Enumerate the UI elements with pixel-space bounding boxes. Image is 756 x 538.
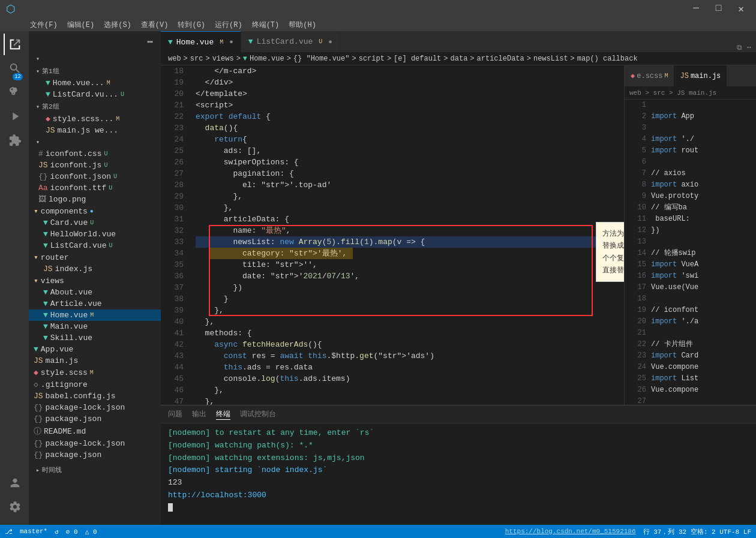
code-line-20: </template>	[196, 88, 624, 100]
account-icon[interactable]	[4, 472, 25, 494]
file-logo[interactable]: 🖼 logo.png	[29, 194, 161, 205]
open-file-listcard[interactable]: ▼ ListCard.vu... U	[29, 89, 161, 100]
code-line-24: data(){	[196, 122, 624, 134]
file-index-js[interactable]: JS index.js	[29, 263, 161, 275]
line-num-32: 32	[161, 225, 184, 236]
editor-area: ▼ Home.vue M ● ▼ ListCard.vue U ● ⧉ ⋯	[161, 31, 756, 525]
right-line-11: 11 baseURL:	[629, 214, 756, 225]
file-pkg-json-2[interactable]: {} package.json	[29, 449, 161, 461]
open-editors-section[interactable]: ▾	[29, 53, 161, 65]
vue-icon-10: ▼	[43, 333, 48, 342]
file-listcard-vue[interactable]: ▼ ListCard.vue U	[29, 240, 161, 251]
git-branch-label[interactable]: master*	[20, 528, 47, 535]
split-editor-icon[interactable]: ⧉	[737, 44, 742, 52]
menu-terminal[interactable]: 终端(T)	[252, 20, 280, 30]
file-home-vue[interactable]: ▼ Home.vue M	[29, 309, 161, 321]
window-controls[interactable]: ─ □ ✕	[687, 3, 750, 15]
open-file-style[interactable]: ◆ style.scss... M	[29, 113, 161, 125]
right-tab-mainjs[interactable]: JS main.js	[674, 65, 727, 86]
terminal-tab-problems[interactable]: 问题	[168, 409, 182, 419]
file-pkg-lock-json[interactable]: {} package-lock.json	[29, 402, 161, 413]
terminal-tab-terminal[interactable]: 终端	[216, 409, 230, 420]
group-2-header[interactable]: ▾ 第2组	[29, 100, 161, 113]
vue-icon: ▼	[46, 79, 50, 88]
source-control-icon[interactable]: 12	[4, 82, 25, 103]
code-content[interactable]: </m-card> </div></template><script>expor…	[191, 65, 624, 405]
file-style-scss[interactable]: ◆ style.scss M	[29, 366, 161, 378]
minimize-button[interactable]: ─	[687, 3, 705, 15]
menu-select[interactable]: 选择(S)	[104, 20, 131, 30]
file-iconfont-js[interactable]: JS iconfont.js U	[29, 160, 161, 171]
extensions-icon[interactable]	[4, 130, 25, 151]
vue-icon-6: ▼	[43, 288, 48, 297]
status-left: ⎇ master* ↺ ⊘ 0 △ 0	[5, 528, 97, 536]
folder-router[interactable]: ▾ router	[29, 251, 161, 263]
file-pkg-lock-json-2[interactable]: {} package-lock.json	[29, 438, 161, 449]
line-num-20: 20	[161, 88, 184, 100]
folder-router-icon: ▾	[34, 253, 38, 262]
file-iconfont-ttf[interactable]: Aa iconfont.ttf U	[29, 182, 161, 194]
json-icon-4: {}	[34, 439, 43, 448]
line-num-19: 19	[161, 77, 184, 88]
run-icon[interactable]	[4, 106, 25, 127]
file-iconfont-css[interactable]: # iconfont.css U	[29, 148, 161, 160]
project-section[interactable]: ▾	[29, 136, 161, 148]
menu-file[interactable]: 文件(F)	[30, 20, 58, 30]
csdn-link[interactable]: https://blog.csdn.net/m0_51592186	[505, 528, 636, 535]
menu-view[interactable]: 查看(V)	[141, 20, 169, 30]
maximize-button[interactable]: □	[710, 3, 728, 15]
code-line-48: },	[196, 396, 624, 405]
open-file-home-vue[interactable]: ▼ Home.vue... M	[29, 77, 161, 89]
menu-run[interactable]: 运行(R)	[215, 20, 242, 30]
file-readme[interactable]: ⓘ README.md	[29, 425, 161, 438]
file-tree: ▾ ▾ 第1组 ▼ Home.vue... M ▼ ListCard.vu...…	[29, 53, 161, 525]
sidebar-more-icon[interactable]: ⋯	[147, 36, 154, 48]
file-helloworld[interactable]: ▼ HelloWorld.vue	[29, 229, 161, 240]
folder-views[interactable]: ▾ views	[29, 275, 161, 287]
menu-bar-row[interactable]: 文件(F) 编辑(E) 选择(S) 查看(V) 转到(G) 运行(R) 终端(T…	[0, 18, 756, 31]
file-article-vue[interactable]: ▼ Article.vue	[29, 298, 161, 309]
right-tab-scss[interactable]: ◆ e.scss M	[625, 65, 674, 86]
tabs-actions[interactable]: ⧉ ⋯	[732, 43, 756, 52]
code-line-47: },	[196, 384, 624, 396]
file-gitignore[interactable]: ◇ .gitignore	[29, 378, 161, 390]
close-button[interactable]: ✕	[732, 3, 750, 15]
more-tabs-icon[interactable]: ⋯	[747, 43, 751, 52]
code-line-38: })	[196, 282, 624, 293]
file-app-vue[interactable]: ▼ App.vue	[29, 344, 161, 355]
sync-icon[interactable]: ↺	[55, 528, 59, 536]
menu-edit[interactable]: 编辑(E)	[67, 20, 95, 30]
explorer-icon[interactable]	[4, 34, 25, 55]
line-num-33: 33	[161, 236, 184, 248]
file-pkg-json[interactable]: {} package.json	[29, 413, 161, 425]
group-1-header[interactable]: ▾ 第1组	[29, 65, 161, 77]
line-num-40: 40	[161, 316, 184, 327]
line-num-28: 28	[161, 179, 184, 191]
terminal-tab-debug[interactable]: 调试控制台	[240, 409, 276, 419]
file-main-vue[interactable]: ▼ Main.vue	[29, 321, 161, 332]
code-line-31: },	[196, 202, 624, 214]
file-card-vue[interactable]: ▼ Card.vue U	[29, 217, 161, 229]
breadcrumb: web > src > views > ▼ Home.vue > {} "Hom…	[161, 52, 756, 65]
vue-icon-9: ▼	[43, 322, 48, 331]
menu-help[interactable]: 帮助(H)	[289, 20, 316, 30]
line-num-43: 43	[161, 350, 184, 362]
timeline-section[interactable]: ▸ 时间线	[29, 463, 161, 477]
terminal-cursor-line	[168, 502, 749, 515]
file-babel-config[interactable]: JS babel.config.js	[29, 390, 161, 402]
menu-goto[interactable]: 转到(G)	[178, 20, 205, 30]
settings-icon[interactable]	[4, 496, 25, 518]
tab-listcard-vue[interactable]: ▼ ListCard.vue U ●	[241, 31, 340, 52]
folder-components[interactable]: ▾ components ●	[29, 205, 161, 217]
file-skill-vue[interactable]: ▼ Skill.vue	[29, 332, 161, 344]
terminal-tab-output[interactable]: 输出	[192, 409, 206, 419]
file-about-vue[interactable]: ▼ About.vue	[29, 287, 161, 298]
code-line-44: const res = await this.$http.get("str">'…	[196, 350, 624, 362]
file-mainjs-root[interactable]: JS main.js	[29, 355, 161, 366]
right-code[interactable]: 12import App34import './5import rout67//…	[625, 100, 756, 405]
tab-home-vue[interactable]: ▼ Home.vue M ●	[161, 31, 241, 52]
warning-count: △ 0	[85, 528, 97, 536]
terminal-tabs: 问题 输出 终端 调试控制台	[161, 405, 756, 423]
open-file-mainjs[interactable]: JS main.js we...	[29, 125, 161, 136]
file-iconfont-json[interactable]: {} iconfont.json U	[29, 171, 161, 182]
